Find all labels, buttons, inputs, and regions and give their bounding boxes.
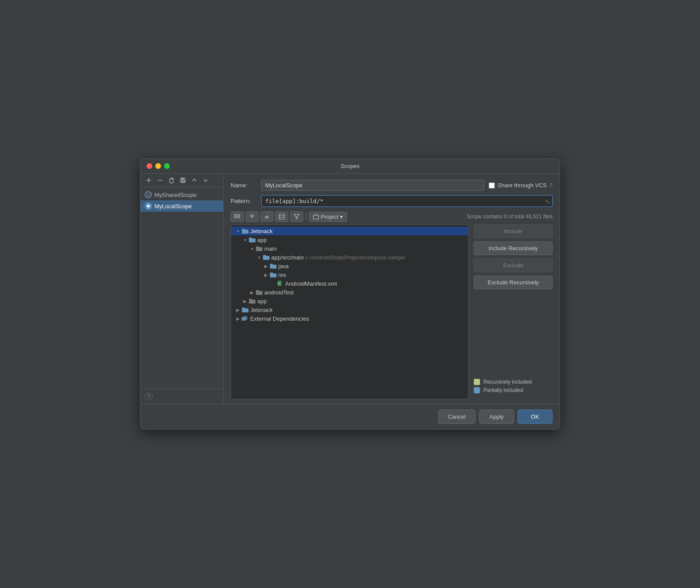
legend-label-partially: Partially included [483,387,523,393]
apply-button[interactable]: Apply [479,410,514,424]
tree-node-java[interactable]: ▶ java [231,262,468,270]
folder-icon-res [270,271,276,278]
tree-node-res[interactable]: ▶ res [231,270,468,279]
expander-external-deps[interactable]: ▶ [234,315,242,322]
flatten-button[interactable] [231,211,244,222]
remove-scope-button[interactable] [155,176,165,184]
expander-java[interactable]: ▶ [262,262,270,270]
help-button[interactable]: ? [145,392,153,400]
view-type-button[interactable] [275,211,288,222]
sidebar-items-list: @ MySharedScope MyLocalScope [140,187,223,388]
svg-rect-13 [313,215,318,219]
tree-node-android-test[interactable]: ▶ androidTest [231,288,468,297]
tree-node-main-1[interactable]: ▾ main [231,244,468,253]
dialog-footer: Cancel Apply OK [140,404,560,429]
svg-rect-8 [234,217,240,218]
file-icon-manifest: MF [276,280,284,287]
legend-label-recursively: Recursively included [483,379,532,385]
svg-rect-9 [279,214,284,219]
legend-dot-partially [474,387,480,393]
include-button[interactable]: Include [474,224,553,238]
tree-node-app-1[interactable]: ▾ app [231,235,468,244]
minimize-button[interactable] [155,163,161,169]
project-dropdown-label: Project [321,214,338,220]
folder-icon-external-deps [242,315,248,322]
tree-node-manifest[interactable]: ▶ MF AndroidManifest.xml [231,279,468,288]
expand-all-button[interactable] [245,211,259,222]
expander-android-test[interactable]: ▶ [248,289,256,296]
main-content: Name: Share through VCS ? Pattern: ⤡ [224,174,560,404]
pattern-input-wrapper: ⤡ [261,195,553,207]
add-scope-button[interactable] [144,176,154,184]
move-up-button[interactable] [189,176,199,184]
vcs-label: Share through VCS [497,182,547,189]
folder-icon-app-src-main [262,254,270,261]
maximize-button[interactable] [164,163,170,169]
title-bar: Scopes [140,159,560,174]
collapse-all-button[interactable] [260,211,273,222]
file-tree[interactable]: ▾ Jetsnack ▾ app [231,224,469,399]
folder-icon-app-2 [248,298,256,304]
tree-node-label-app-1: app [257,237,466,243]
legend: Recursively included Partially included [474,379,553,399]
local-scope-icon [145,203,152,210]
pattern-label: Pattern: [231,198,257,204]
move-down-button[interactable] [201,176,210,184]
tree-node-label-main-1: main [264,245,466,252]
vcs-checkbox[interactable] [489,182,495,189]
tree-toolbar: Project ▾ Scope contains 0 of total 46,5… [231,211,553,222]
tree-node-external-deps[interactable]: ▶ External Dependencies [231,314,468,323]
tree-node-label-res: res [278,272,466,278]
sidebar-item-label-local: MyLocalScope [154,203,192,210]
tree-node-jetsnack-2[interactable]: ▶ Jetsnack [231,305,468,314]
filter-button[interactable] [290,211,303,222]
tree-node-label-jetsnack-2: Jetsnack [250,307,466,313]
exclude-recursively-button[interactable]: Exclude Recursively [474,276,553,289]
expander-app-src-main[interactable]: ▾ [256,254,262,261]
save-scope-button[interactable] [178,176,188,184]
sidebar: @ MySharedScope MyLocalScope ? [140,174,224,404]
tree-node-jetsnack-root[interactable]: ▾ Jetsnack [231,227,468,235]
right-panel: Include Include Recursively Exclude Excl… [474,224,553,399]
folder-icon-java [270,262,276,270]
ok-button[interactable]: OK [518,410,553,424]
window-controls [147,163,170,169]
name-input[interactable] [261,180,484,191]
expander-res[interactable]: ▶ [262,271,270,278]
vcs-help-icon[interactable]: ? [550,182,553,189]
pattern-input[interactable] [261,195,553,207]
svg-rect-6 [182,181,184,182]
copy-scope-button[interactable] [167,176,176,184]
tree-node-app-2[interactable]: ▶ app [231,297,468,305]
svg-text:MF: MF [278,283,280,285]
sidebar-item-mysharedscope[interactable]: @ MySharedScope [140,189,223,200]
expander-main-1[interactable]: ▾ [248,245,256,252]
dropdown-arrow-icon: ▾ [340,214,343,220]
svg-marker-12 [294,214,299,219]
svg-rect-17 [243,316,247,320]
expander-jetsnack-root[interactable]: ▾ [234,228,242,234]
include-recursively-button[interactable]: Include Recursively [474,242,553,255]
sidebar-item-mylocalscope[interactable]: MyLocalScope [140,200,223,212]
tree-node-label-app-2: app [257,298,466,304]
project-dropdown[interactable]: Project ▾ [309,212,347,222]
pattern-expand-button[interactable]: ⤡ [545,198,550,205]
folder-icon-jetsnack-root [242,228,248,234]
scope-count: Scope contains 0 of total 46,521 files [467,214,553,220]
sidebar-bottom: ? [140,388,223,404]
folder-icon-jetsnack-2 [242,306,248,313]
tree-node-label-app-src-main: app/src/main (~/AndroidStudioProjects/co… [271,254,466,261]
expander-app-1[interactable]: ▾ [242,236,248,243]
folder-icon-app-1 [248,236,256,243]
cancel-button[interactable]: Cancel [438,410,476,424]
expander-jetsnack-2[interactable]: ▶ [234,306,242,313]
tree-node-label-jetsnack-root: Jetsnack [250,228,466,234]
expander-app-2[interactable]: ▶ [242,298,248,304]
legend-item-partially: Partially included [474,387,553,393]
tree-node-app-src-main[interactable]: ▾ app/src/main (~/AndroidStudioProjects/… [231,253,468,262]
tree-panel: ▾ Jetsnack ▾ app [231,224,553,399]
toolbar-separator [306,213,306,220]
exclude-button[interactable]: Exclude [474,259,553,272]
close-button[interactable] [147,163,152,169]
sidebar-toolbar [140,174,223,187]
